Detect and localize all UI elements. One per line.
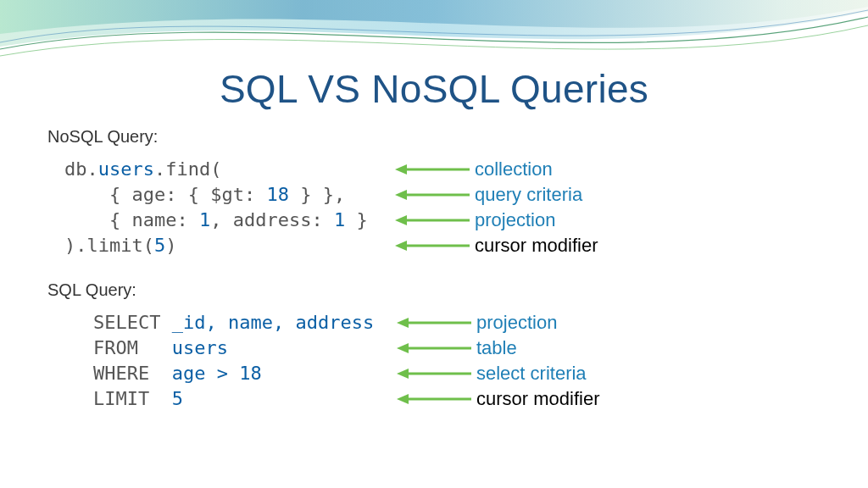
sql-label: SQL Query:	[47, 280, 868, 300]
nosql-code: db.users.find(collection { age: { $gt: 1…	[64, 157, 868, 258]
annotation: table	[476, 336, 517, 361]
annotation: query criteria	[475, 182, 582, 208]
code-row: { name: 1, address: 1 }projection	[64, 208, 868, 233]
svg-marker-15	[397, 394, 409, 404]
code-row: SELECT _id, name, addressprojection	[93, 310, 868, 336]
svg-marker-9	[397, 318, 409, 328]
annotation: cursor modifier	[475, 233, 598, 258]
svg-marker-5	[395, 215, 407, 225]
annotation: cursor modifier	[476, 386, 599, 412]
arrow-left-icon	[397, 368, 473, 380]
slide-title: SQL VS NoSQL Queries	[0, 66, 868, 112]
code-cell: SELECT _id, name, address	[93, 310, 388, 336]
code-row: LIMIT 5cursor modifier	[93, 386, 868, 412]
arrow-left-icon	[395, 240, 471, 252]
code-cell: WHERE age > 18	[93, 361, 388, 386]
svg-marker-3	[395, 190, 407, 200]
annotation: collection	[475, 157, 553, 182]
code-row: db.users.find(collection	[64, 157, 868, 182]
arrow-left-icon	[397, 317, 473, 329]
sql-code: SELECT _id, name, addressprojectionFROM …	[93, 310, 868, 412]
code-cell: db.users.find(	[64, 157, 387, 182]
code-cell: { age: { $gt: 18 } },	[64, 182, 387, 208]
code-cell: LIMIT 5	[93, 386, 388, 412]
code-cell: ).limit(5)	[64, 233, 387, 258]
arrow-left-icon	[395, 189, 471, 201]
annotation: select criteria	[476, 361, 587, 386]
svg-marker-13	[397, 369, 409, 379]
svg-marker-1	[395, 164, 407, 175]
svg-marker-7	[395, 241, 407, 251]
code-cell: { name: 1, address: 1 }	[64, 208, 387, 233]
code-row: WHERE age > 18select criteria	[93, 361, 868, 386]
code-row: ).limit(5)cursor modifier	[64, 233, 868, 258]
code-cell: FROM users	[93, 336, 388, 361]
code-row: FROM userstable	[93, 336, 868, 361]
annotation: projection	[475, 208, 555, 233]
svg-marker-11	[397, 343, 409, 353]
arrow-left-icon	[395, 164, 471, 175]
arrow-left-icon	[397, 342, 473, 354]
arrow-left-icon	[397, 393, 473, 405]
nosql-label: NoSQL Query:	[47, 127, 868, 147]
code-row: { age: { $gt: 18 } },query criteria	[64, 182, 868, 208]
annotation: projection	[476, 310, 557, 336]
arrow-left-icon	[395, 214, 471, 226]
